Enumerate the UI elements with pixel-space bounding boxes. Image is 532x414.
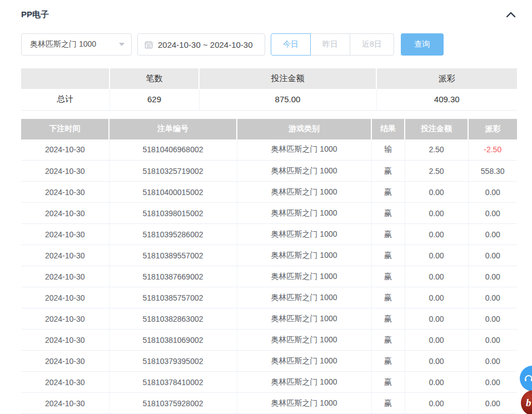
quick-range-button[interactable]: 昨日: [310, 33, 350, 56]
bet-payout-cell: 0.00: [468, 224, 517, 245]
bet-payout-cell: 0.00: [468, 203, 517, 224]
bet-payout-cell: 0.00: [468, 308, 517, 330]
query-button[interactable]: 查询: [401, 33, 444, 56]
summary-total-payout: 409.30: [376, 89, 517, 110]
bet-order-cell: 51810395286002: [109, 224, 237, 245]
bet-amount-cell: 0.00: [405, 203, 468, 224]
bet-game-cell: 奥林匹斯之门 1000: [237, 330, 371, 351]
bet-game-cell: 奥林匹斯之门 1000: [237, 308, 371, 330]
bet-order-cell: 51810375928002: [109, 393, 237, 414]
bet-game-cell: 奥林匹斯之门 1000: [237, 161, 371, 182]
bet-date-cell: 2024-10-30: [21, 393, 109, 414]
table-row: 2024-10-30 51810389557002 奥林匹斯之门 1000 赢 …: [21, 245, 517, 266]
bet-payout-cell: 0.00: [468, 351, 517, 372]
bet-game-cell: 奥林匹斯之门 1000: [237, 372, 371, 393]
bets-header-cell: 投注金额: [405, 119, 468, 139]
bet-order-cell: 51810398015002: [109, 203, 237, 224]
bet-order-cell: 51810387669002: [109, 266, 237, 287]
quick-range-button[interactable]: 今日: [271, 33, 311, 56]
table-row: 2024-10-30 51810379395002 奥林匹斯之门 1000 赢 …: [21, 351, 517, 372]
table-row: 2024-10-30 51810395286002 奥林匹斯之门 1000 赢 …: [21, 224, 517, 245]
bet-order-cell: 51810385757002: [109, 287, 237, 308]
bets-header-cell: 下注时间: [21, 119, 109, 139]
bet-result-cell: 输: [371, 139, 405, 161]
bet-date-cell: 2024-10-30: [21, 224, 109, 245]
game-select[interactable]: 奥林匹斯之门 1000: [21, 33, 132, 56]
bet-date-cell: 2024-10-30: [21, 139, 109, 161]
bet-amount-cell: 0.00: [405, 393, 468, 414]
quick-range-group: 今日 昨日 近8日: [271, 33, 394, 56]
bet-payout-cell: 0.00: [468, 330, 517, 351]
bet-result-cell: 赢: [371, 351, 405, 372]
table-row: 2024-10-30 51810325719002 奥林匹斯之门 1000 赢 …: [21, 161, 517, 182]
brand-letter: b: [526, 397, 531, 409]
bet-payout-cell: 0.00: [468, 182, 517, 203]
bet-amount-cell: 0.00: [405, 182, 468, 203]
bet-order-cell: 51810389557002: [109, 245, 237, 266]
chevron-down-icon: [119, 43, 125, 46]
bet-amount-cell: 0.00: [405, 266, 468, 287]
bet-payout-cell: 558.30: [468, 161, 517, 182]
support-float-button[interactable]: [520, 366, 532, 391]
filter-bar: 奥林匹斯之门 1000 2024-10-30 ~ 2024-10-30 今日 昨…: [21, 33, 517, 56]
bets-header-cell: 注单编号: [109, 119, 237, 139]
bet-game-cell: 奥林匹斯之门 1000: [237, 393, 371, 414]
bet-result-cell: 赢: [371, 161, 405, 182]
table-row: 2024-10-30 51810398015002 奥林匹斯之门 1000 赢 …: [21, 203, 517, 224]
bets-header-row: 下注时间注单编号游戏类别结果投注金额派彩: [21, 119, 517, 139]
table-row: 2024-10-30 51810382863002 奥林匹斯之门 1000 赢 …: [21, 308, 517, 330]
bet-result-cell: 赢: [371, 224, 405, 245]
summary-total-count: 629: [110, 89, 199, 110]
brand-float-button[interactable]: b: [521, 390, 532, 414]
table-row: 2024-10-30 51810381069002 奥林匹斯之门 1000 赢 …: [21, 330, 517, 351]
bet-order-cell: 51810325719002: [109, 161, 237, 182]
bets-body: 2024-10-30 51810406968002 奥林匹斯之门 1000 输 …: [21, 139, 517, 414]
bet-payout-cell: 0.00: [468, 266, 517, 287]
bet-result-cell: 赢: [371, 266, 405, 287]
summary-total-bet: 875.00: [199, 89, 376, 110]
bet-amount-cell: 0.00: [405, 224, 468, 245]
bet-order-cell: 51810400015002: [109, 182, 237, 203]
bet-result-cell: 赢: [371, 182, 405, 203]
date-range-value: 2024-10-30 ~ 2024-10-30: [158, 40, 253, 49]
bet-game-cell: 奥林匹斯之门 1000: [237, 224, 371, 245]
table-row: 2024-10-30 51810385757002 奥林匹斯之门 1000 赢 …: [21, 287, 517, 308]
date-range-input[interactable]: 2024-10-30 ~ 2024-10-30: [137, 33, 265, 56]
quick-range-button[interactable]: 近8日: [350, 33, 394, 56]
bet-date-cell: 2024-10-30: [21, 182, 109, 203]
bet-date-cell: 2024-10-30: [21, 203, 109, 224]
bet-date-cell: 2024-10-30: [21, 245, 109, 266]
table-row: 2024-10-30 51810375928002 奥林匹斯之门 1000 赢 …: [21, 393, 517, 414]
bet-order-cell: 51810379395002: [109, 351, 237, 372]
bet-result-cell: 赢: [371, 393, 405, 414]
collapse-button[interactable]: [505, 9, 517, 20]
bet-amount-cell: 0.00: [405, 351, 468, 372]
bet-amount-cell: 0.00: [405, 287, 468, 308]
summary-header-cell: [21, 68, 110, 89]
bet-date-cell: 2024-10-30: [21, 372, 109, 393]
bet-order-cell: 51810382863002: [109, 308, 237, 330]
headset-icon: [524, 373, 532, 383]
bet-amount-cell: 0.00: [405, 308, 468, 330]
bet-amount-cell: 2.50: [405, 161, 468, 182]
bet-payout-cell: 0.00: [468, 372, 517, 393]
bets-header-cell: 结果: [371, 119, 405, 139]
bet-result-cell: 赢: [371, 203, 405, 224]
summary-table: 笔数投注金额派彩 总计 629 875.00 409.30: [21, 68, 517, 111]
bet-amount-cell: 2.50: [405, 139, 468, 161]
bet-game-cell: 奥林匹斯之门 1000: [237, 203, 371, 224]
table-row: 2024-10-30 51810400015002 奥林匹斯之门 1000 赢 …: [21, 182, 517, 203]
bet-order-cell: 51810406968002: [109, 139, 237, 161]
bet-order-cell: 51810378410002: [109, 372, 237, 393]
bet-payout-cell: 0.00: [468, 287, 517, 308]
summary-header-cell: 投注金额: [199, 68, 376, 89]
summary-header-cell: 笔数: [110, 68, 199, 89]
bet-date-cell: 2024-10-30: [21, 161, 109, 182]
table-row: 2024-10-30 51810387669002 奥林匹斯之门 1000 赢 …: [21, 266, 517, 287]
summary-total-label: 总计: [21, 89, 110, 110]
bet-payout-cell: 0.00: [468, 245, 517, 266]
summary-header-cell: 派彩: [376, 68, 517, 89]
bet-game-cell: 奥林匹斯之门 1000: [237, 351, 371, 372]
bet-date-cell: 2024-10-30: [21, 330, 109, 351]
bet-payout-cell: -2.50: [468, 139, 517, 161]
